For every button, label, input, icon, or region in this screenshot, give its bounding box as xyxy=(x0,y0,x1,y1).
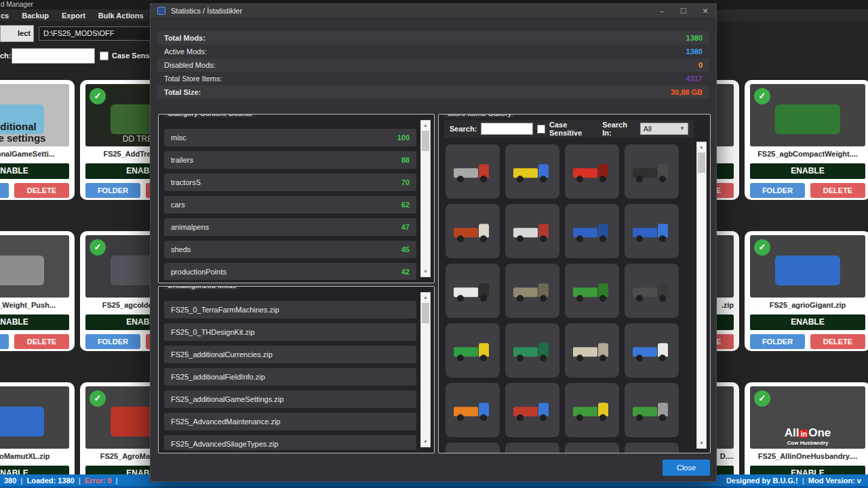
store-item-tile[interactable] xyxy=(446,144,500,199)
close-window-button[interactable]: ✕ xyxy=(694,4,716,18)
store-item-tile[interactable] xyxy=(625,323,679,378)
store-item-tile[interactable] xyxy=(625,443,679,453)
scroll-up-icon[interactable]: ▲ xyxy=(421,293,430,302)
category-count: 42 xyxy=(401,268,410,276)
menu-item-bulk-actions[interactable]: Bulk Actions xyxy=(98,12,144,20)
category-row[interactable]: productionPoints42 xyxy=(164,263,416,280)
menu-item-cs[interactable]: cs xyxy=(1,12,9,20)
folder-button[interactable]: FOLDER xyxy=(750,334,805,349)
delete-button[interactable]: DELETE xyxy=(14,183,69,198)
scroll-up-icon[interactable]: ▲ xyxy=(421,121,430,130)
store-item-tile[interactable] xyxy=(565,323,619,378)
store-item-tile[interactable] xyxy=(625,383,679,437)
scroll-down-icon[interactable]: ▼ xyxy=(697,439,706,448)
store-item-tile[interactable] xyxy=(625,264,679,318)
vehicle-wheel xyxy=(517,235,524,242)
uncategorized-mod-row[interactable]: FS25_additionalGameSettings.zip xyxy=(164,390,416,408)
store-item-tile[interactable] xyxy=(446,323,500,378)
store-item-tile[interactable] xyxy=(565,204,619,258)
delete-button[interactable]: DELETE xyxy=(810,334,865,349)
stats-summary: Total Mods:1380Active Mods:1380Disabled … xyxy=(157,31,709,99)
thumbnail-caption-line: Cow Husbandry xyxy=(787,440,829,446)
status-segment: Designed by B.U.G.! xyxy=(722,476,802,485)
uncategorized-mod-row[interactable]: FS25_0_THDesignKit.zip xyxy=(164,323,416,341)
store-items-grid xyxy=(446,144,691,453)
gallery-search-in-label: Search In: xyxy=(602,121,635,137)
gallery-search-input[interactable] xyxy=(481,123,532,135)
uncategorized-mod-row[interactable]: FS25_AdvancedSilageTypes.zip xyxy=(164,435,416,450)
scroll-down-icon[interactable]: ▼ xyxy=(421,267,430,277)
statistics-dialog: Statistics / İstatistikler – ☐ ✕ Total M… xyxy=(150,3,717,482)
menu-item-backup[interactable]: Backup xyxy=(22,12,49,20)
store-item-tile[interactable] xyxy=(505,204,559,258)
category-row[interactable]: cars62 xyxy=(164,196,416,214)
store-item-tile[interactable] xyxy=(565,264,619,318)
store-item-tile[interactable] xyxy=(446,264,500,318)
uncategorized-mods-groupbox: Uncategorized Mods FS25_0_TerraFarmMachi… xyxy=(158,286,435,453)
store-item-tile[interactable] xyxy=(565,443,619,453)
category-row[interactable]: tractorsS70 xyxy=(164,174,416,191)
search-input[interactable] xyxy=(12,48,95,64)
store-item-image xyxy=(454,222,492,242)
category-name: trailers xyxy=(171,156,193,164)
store-item-tile[interactable] xyxy=(505,264,559,318)
enable-button[interactable]: ENABLE xyxy=(0,163,69,179)
close-button[interactable]: Close xyxy=(663,460,710,476)
store-item-tile[interactable] xyxy=(505,443,559,453)
enable-button[interactable]: ENABLE xyxy=(0,314,69,330)
folder-button[interactable]: FOLDER xyxy=(85,183,140,198)
folder-button[interactable]: FOLDER xyxy=(750,183,805,198)
stat-label: Total Store Items: xyxy=(164,75,222,83)
category-row[interactable]: misc100 xyxy=(164,129,416,146)
store-item-tile[interactable] xyxy=(446,204,500,258)
category-name: productionPoints xyxy=(171,268,226,276)
scroll-thumb[interactable] xyxy=(698,152,705,173)
store-item-tile[interactable] xyxy=(505,323,559,378)
search-in-dropdown[interactable]: All ▼ xyxy=(640,123,688,135)
enable-button[interactable]: ENABLE xyxy=(750,163,865,179)
minimize-button[interactable]: – xyxy=(651,4,673,18)
gallery-case-sensitive-checkbox[interactable] xyxy=(537,125,545,134)
select-folder-button[interactable]: lect Folder xyxy=(0,25,34,42)
store-item-image xyxy=(633,341,671,361)
category-scrollbar[interactable]: ▲ ▼ xyxy=(420,120,431,277)
folder-button[interactable]: FOLDER xyxy=(85,334,140,349)
store-item-tile[interactable] xyxy=(565,144,619,199)
uncategorized-mod-row[interactable]: FS25_0_TerraFarmMachines.zip xyxy=(164,301,416,319)
category-row[interactable]: trailers88 xyxy=(164,151,416,169)
scroll-thumb[interactable] xyxy=(422,131,429,151)
uncategorized-mod-row[interactable]: FS25_additionalFieldInfo.zip xyxy=(164,368,416,386)
scroll-thumb[interactable] xyxy=(422,303,429,323)
delete-button[interactable]: DELETE xyxy=(810,183,865,198)
category-counts-title: Category Content Counts xyxy=(164,114,255,117)
category-name: sheds xyxy=(171,245,191,253)
enable-button[interactable]: ENABLE xyxy=(750,314,865,330)
mod-thumbnail: ✓AllinOneCow Husbandry xyxy=(750,386,865,449)
category-row[interactable]: animalpens47 xyxy=(164,218,416,236)
category-name: misc xyxy=(171,134,186,142)
stat-value: 30,88 GB xyxy=(671,88,703,96)
store-item-tile[interactable] xyxy=(446,383,500,437)
category-row[interactable]: sheds45 xyxy=(164,241,416,258)
store-item-tile[interactable] xyxy=(625,144,679,199)
uncategorized-mod-row[interactable]: FS25_AdvancedMaintenance.zip xyxy=(164,413,416,430)
uncategorized-list: FS25_0_TerraFarmMachines.zipFS25_0_THDes… xyxy=(164,296,416,450)
case-sensitive-checkbox[interactable] xyxy=(100,52,108,60)
uncategorized-mod-row[interactable]: FS25_additionalCurrencies.zip xyxy=(164,346,416,363)
store-item-tile[interactable] xyxy=(446,443,500,453)
folder-button[interactable]: FOLDER xyxy=(0,334,9,349)
store-item-tile[interactable] xyxy=(505,144,559,199)
store-item-tile[interactable] xyxy=(625,204,679,258)
store-item-tile[interactable] xyxy=(505,383,559,437)
gallery-scrollbar[interactable]: ▲ ▼ xyxy=(696,142,707,449)
delete-button[interactable]: DELETE xyxy=(14,334,69,349)
scroll-down-icon[interactable]: ▼ xyxy=(421,437,430,447)
menu-item-export[interactable]: Export xyxy=(62,12,85,20)
maximize-button[interactable]: ☐ xyxy=(673,4,694,18)
scroll-up-icon[interactable]: ▲ xyxy=(697,142,706,152)
store-item-tile[interactable] xyxy=(565,383,619,437)
thumbnail-art xyxy=(0,256,44,285)
uncategorized-scrollbar[interactable]: ▲ ▼ xyxy=(420,292,431,447)
folder-button[interactable]: FOLDER xyxy=(0,183,9,198)
thumbnail-art xyxy=(775,104,840,134)
